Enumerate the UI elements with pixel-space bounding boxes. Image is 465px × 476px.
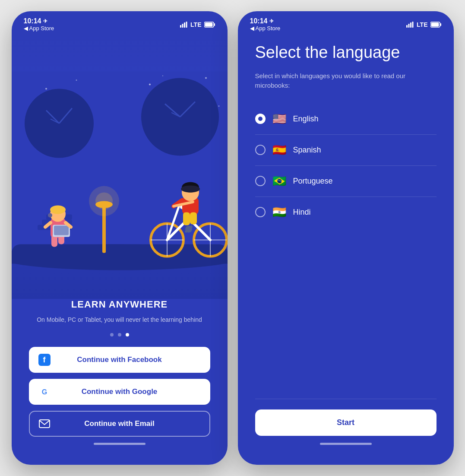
svg-rect-40 <box>54 226 69 235</box>
google-button[interactable]: G Continue with Google <box>29 379 210 405</box>
pagination-dots <box>29 333 210 336</box>
email-icon <box>38 418 51 430</box>
signal-icon <box>180 22 188 28</box>
svg-point-63 <box>181 186 200 193</box>
svg-text:G: G <box>41 388 47 396</box>
svg-point-12 <box>205 77 207 79</box>
svg-rect-0 <box>180 25 181 28</box>
back-navigation[interactable]: ◀ App Store <box>24 25 54 32</box>
svg-point-14 <box>218 105 219 107</box>
svg-rect-1 <box>182 24 183 28</box>
google-button-label: Continue with Google <box>82 387 158 396</box>
svg-rect-3 <box>186 22 187 28</box>
status-right-right: LTE <box>406 21 441 28</box>
radio-hindi[interactable] <box>255 207 266 217</box>
headline: LEARN ANYWHERE <box>29 299 210 310</box>
svg-point-10 <box>149 84 151 86</box>
flag-portuguese: 🇧🇷 <box>272 175 286 188</box>
svg-rect-65 <box>190 213 197 225</box>
battery-icon <box>204 22 215 28</box>
lang-name-hindi: Hindi <box>293 208 311 217</box>
status-bar-left: 10:14 ✈ ◀ App Store LTE <box>12 11 228 34</box>
flag-hindi: 🇮🇳 <box>272 206 286 219</box>
svg-point-15 <box>162 76 163 76</box>
language-item-hindi[interactable]: 🇮🇳 Hindi <box>255 197 437 228</box>
language-item-spanish[interactable]: 🇪🇸 Spanish <box>255 135 437 166</box>
language-bottom: Start <box>238 390 454 465</box>
language-subtitle: Select in which languages you would like… <box>255 71 437 91</box>
svg-rect-73 <box>410 22 411 28</box>
svg-rect-72 <box>408 24 410 28</box>
home-indicator-right <box>320 443 372 445</box>
dot-3 <box>126 333 129 336</box>
facebook-icon: f <box>38 354 51 366</box>
facebook-logo: f <box>38 354 51 366</box>
battery-icon-right <box>430 22 442 28</box>
google-icon: G <box>38 386 51 398</box>
svg-rect-2 <box>184 22 185 28</box>
start-button-label: Start <box>337 418 354 427</box>
dot-1 <box>110 333 114 336</box>
status-bar-right: 10:14 ✈ ◀ App Store LTE <box>238 11 454 34</box>
language-title: Select the language <box>255 43 437 63</box>
lang-name-spanish: Spanish <box>293 146 321 155</box>
language-list: 🇺🇸 English 🇪🇸 Spanish 🇧🇷 Portuguese 🇮🇳 H… <box>255 104 437 228</box>
email-button-label: Continue with Email <box>84 419 154 428</box>
language-content: Select the language Select in which lang… <box>238 34 454 390</box>
svg-rect-6 <box>205 22 212 26</box>
lang-name-english: English <box>293 114 319 124</box>
svg-rect-71 <box>406 25 408 28</box>
lte-label: LTE <box>190 21 201 28</box>
radio-spanish[interactable] <box>255 145 266 155</box>
time-display: 10:14 ✈ <box>24 17 54 25</box>
subtitle: On Mobile, PC or Tablet, you will never … <box>29 315 210 324</box>
language-item-portuguese[interactable]: 🇧🇷 Portuguese <box>255 166 437 197</box>
svg-rect-64 <box>183 213 190 225</box>
svg-rect-5 <box>214 23 215 26</box>
facebook-button[interactable]: f Continue with Facebook <box>29 347 210 373</box>
signal-icon-right <box>406 22 414 28</box>
left-phone: 10:14 ✈ ◀ App Store LTE <box>12 11 228 465</box>
email-button[interactable]: Continue with Email <box>29 411 210 437</box>
svg-rect-77 <box>431 22 439 26</box>
flag-spanish: 🇪🇸 <box>272 143 286 157</box>
radio-english[interactable] <box>255 114 266 124</box>
radio-inner-english <box>258 117 263 121</box>
radio-portuguese[interactable] <box>255 176 266 186</box>
svg-point-33 <box>95 193 113 210</box>
svg-rect-76 <box>440 23 441 26</box>
svg-point-8 <box>45 88 47 90</box>
lte-label-right: LTE <box>417 21 427 28</box>
status-left-right: 10:14 ✈ ◀ App Store <box>250 17 281 32</box>
time-display-right: 10:14 ✈ <box>250 17 281 25</box>
facebook-button-label: Continue with Facebook <box>77 355 161 364</box>
location-arrow-icon: ✈ <box>43 18 47 24</box>
svg-point-36 <box>50 206 66 214</box>
status-left: 10:14 ✈ ◀ App Store <box>24 17 54 32</box>
onboarding-bottom: LEARN ANYWHERE On Mobile, PC or Tablet, … <box>12 299 228 465</box>
back-navigation-right[interactable]: ◀ App Store <box>250 25 281 32</box>
status-right: LTE <box>180 21 215 28</box>
flag-english: 🇺🇸 <box>272 112 286 126</box>
right-phone: 10:14 ✈ ◀ App Store LTE Selec <box>238 11 454 465</box>
svg-point-9 <box>76 79 77 81</box>
lang-name-portuguese: Portuguese <box>293 177 333 186</box>
divider <box>255 399 437 399</box>
illustration-area <box>12 34 228 299</box>
location-arrow-icon-right: ✈ <box>269 18 274 24</box>
dot-2 <box>118 333 121 336</box>
home-indicator <box>94 443 146 445</box>
language-item-english[interactable]: 🇺🇸 English <box>255 104 437 135</box>
svg-rect-74 <box>412 22 414 28</box>
start-button[interactable]: Start <box>255 409 437 436</box>
svg-point-43 <box>48 213 52 218</box>
